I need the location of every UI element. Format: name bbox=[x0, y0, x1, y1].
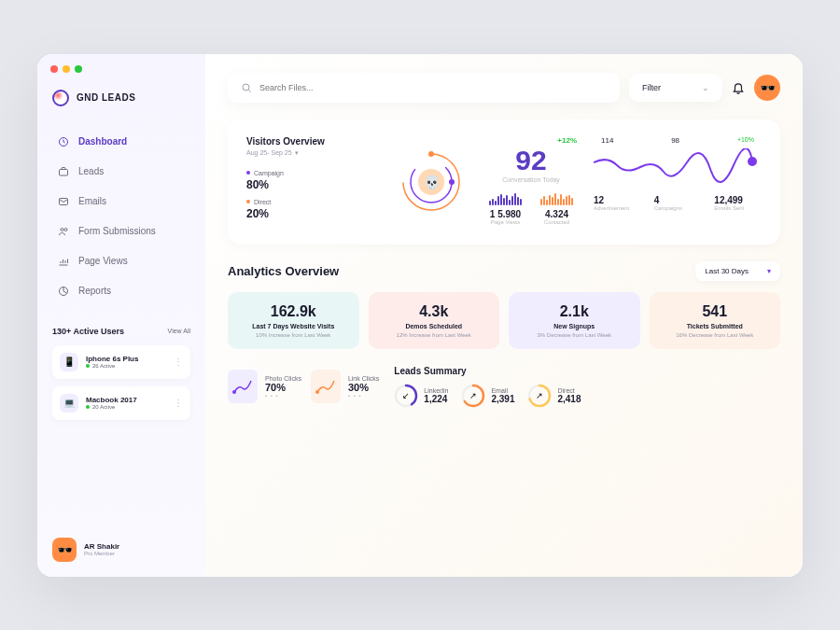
ring-chart-icon: ↗ bbox=[461, 384, 485, 408]
leads-list: ↙ Linkedin1,224 ↗ Email2,391 ↗ Direct2,4… bbox=[394, 384, 780, 408]
spark-left-value: 114 bbox=[601, 136, 613, 145]
link-clicks: Link Clicks30%• • • bbox=[311, 370, 379, 403]
mini-line-icon bbox=[311, 370, 341, 403]
logo-icon bbox=[52, 90, 69, 106]
clicks-section: Photo Clicks70%• • • Link Clicks30%• • • bbox=[228, 370, 379, 403]
svg-point-10 bbox=[449, 179, 455, 185]
view-all-link[interactable]: View All bbox=[168, 328, 190, 334]
svg-point-3 bbox=[61, 228, 63, 231]
device-name: Iphone 6s Plus bbox=[86, 355, 166, 363]
app-name: GND LEADS bbox=[77, 92, 135, 103]
nav-label: Reports bbox=[78, 286, 111, 296]
briefcase-icon bbox=[58, 166, 69, 177]
close-icon[interactable] bbox=[50, 65, 58, 73]
photo-clicks: Photo Clicks70%• • • bbox=[228, 370, 301, 403]
tickets-card[interactable]: 541Tickets Submitted16% Decrease from La… bbox=[650, 292, 781, 349]
device-name: Macbook 2017 bbox=[86, 396, 166, 404]
chevron-down-icon: ⌄ bbox=[702, 83, 709, 92]
ring-chart-icon: ↙ bbox=[394, 384, 418, 408]
nav-emails[interactable]: Emails bbox=[52, 189, 190, 215]
device-stat: 26 Active bbox=[86, 363, 166, 369]
search-input[interactable] bbox=[259, 83, 607, 92]
search-icon bbox=[241, 82, 252, 93]
contacted-stat: 4.324 Contacted bbox=[540, 192, 573, 225]
avatar: 🕶️ bbox=[52, 538, 77, 562]
chart-icon bbox=[58, 256, 69, 267]
campaign-value: 80% bbox=[246, 178, 377, 191]
lead-linkedin: ↙ Linkedin1,224 bbox=[394, 384, 448, 408]
nav-label: Form Submissions bbox=[78, 226, 156, 236]
sidebar: GND LEADS Dashboard Leads Emails Form Su… bbox=[37, 54, 205, 577]
users-title: 130+ Active Users bbox=[52, 327, 124, 336]
skull-icon: 💀 bbox=[418, 169, 444, 195]
pie-icon bbox=[58, 286, 69, 297]
legend-dot-icon bbox=[246, 171, 250, 175]
visits-card[interactable]: 162.9kLast 7 Days Website Visits10% Incr… bbox=[228, 292, 359, 349]
nav-dashboard[interactable]: Dashboard bbox=[52, 129, 190, 155]
profile-section[interactable]: 🕶️ AR Shakir Pro Member bbox=[52, 523, 190, 562]
bar-chart-icon bbox=[540, 192, 573, 205]
analytics-cards: 162.9kLast 7 Days Website Visits10% Incr… bbox=[228, 292, 780, 349]
minimize-icon[interactable] bbox=[63, 65, 70, 73]
analytics-title: Analytics Overview bbox=[228, 264, 339, 278]
ring-chart-icon: ↗ bbox=[527, 384, 552, 408]
user-avatar[interactable]: 🕶️ bbox=[754, 75, 780, 101]
more-icon[interactable]: ⋮ bbox=[174, 398, 183, 408]
svg-point-11 bbox=[748, 157, 757, 166]
bar-chart-icon bbox=[489, 192, 522, 205]
users-icon bbox=[58, 226, 69, 237]
device-stat: 20 Active bbox=[86, 404, 166, 410]
svg-point-4 bbox=[64, 228, 67, 231]
app-logo[interactable]: GND LEADS bbox=[52, 90, 190, 106]
nav-menu: Dashboard Leads Emails Form Submissions … bbox=[52, 129, 190, 304]
topbar: Filter ⌄ 🕶️ bbox=[228, 73, 780, 103]
app-window: GND LEADS Dashboard Leads Emails Form Su… bbox=[37, 54, 803, 577]
search-box[interactable] bbox=[228, 73, 620, 103]
delta-value: +12% bbox=[485, 136, 577, 145]
legend-dot-icon bbox=[246, 200, 250, 203]
nav-label: Leads bbox=[78, 166, 104, 176]
visitors-overview-card: Visitors Overview Aug 25- Sep 25 ▾ Campa… bbox=[228, 119, 780, 245]
dashboard-icon bbox=[58, 136, 69, 147]
emails-stat: 12,499Emails Sent bbox=[714, 195, 762, 211]
ad-stat: 12Advertisement bbox=[594, 195, 641, 211]
filter-dropdown[interactable]: Filter ⌄ bbox=[629, 74, 722, 102]
leads-title: Leads Summary bbox=[394, 366, 780, 376]
mail-icon bbox=[58, 196, 69, 207]
sparkline-chart bbox=[594, 148, 762, 186]
signups-card[interactable]: 2.1kNew Signups3% Decrease from Last Wee… bbox=[509, 292, 640, 349]
nav-forms[interactable]: Form Submissions bbox=[52, 218, 190, 245]
user-card[interactable]: 📱 Iphone 6s Plus 26 Active ⋮ bbox=[52, 345, 190, 379]
nav-leads[interactable]: Leads bbox=[52, 159, 190, 185]
conversation-label: Conversation Today bbox=[485, 176, 577, 183]
bell-icon[interactable] bbox=[732, 81, 745, 94]
more-icon[interactable]: ⋮ bbox=[174, 357, 183, 367]
user-card[interactable]: 💻 Macbook 2017 20 Active ⋮ bbox=[52, 386, 190, 420]
chevron-down-icon: ▾ bbox=[767, 267, 771, 275]
svg-point-9 bbox=[428, 151, 434, 157]
window-controls bbox=[50, 65, 82, 73]
status-dot-icon bbox=[86, 405, 90, 409]
chevron-down-icon: ▾ bbox=[295, 149, 299, 157]
active-users-section: 130+ Active Users View All 📱 Iphone 6s P… bbox=[52, 327, 190, 427]
demos-card[interactable]: 4.3kDemos Scheduled12% Increase from Las… bbox=[369, 292, 500, 349]
maximize-icon[interactable] bbox=[75, 65, 82, 73]
mini-line-icon bbox=[228, 370, 258, 403]
profile-role: Pro Member bbox=[84, 551, 119, 556]
spark-right-value: 98 bbox=[671, 136, 679, 145]
profile-name: AR Shakir bbox=[84, 542, 119, 551]
spark-delta: +10% bbox=[737, 136, 754, 145]
lead-email: ↗ Email2,391 bbox=[461, 384, 514, 408]
main-content: Filter ⌄ 🕶️ Visitors Overview Aug 25- Se… bbox=[205, 54, 803, 577]
nav-pageviews[interactable]: Page Views bbox=[52, 248, 190, 274]
range-dropdown[interactable]: Last 30 Days ▾ bbox=[695, 261, 780, 281]
lead-direct: ↗ Direct2,418 bbox=[527, 384, 581, 408]
device-icon: 💻 bbox=[60, 394, 78, 413]
conversation-count: 92 bbox=[485, 147, 577, 175]
svg-rect-1 bbox=[60, 169, 68, 175]
date-range[interactable]: Aug 25- Sep 25 ▾ bbox=[246, 149, 377, 157]
device-icon: 📱 bbox=[60, 353, 78, 371]
nav-reports[interactable]: Reports bbox=[52, 278, 190, 304]
nav-label: Dashboard bbox=[78, 136, 127, 147]
direct-value: 20% bbox=[246, 207, 377, 220]
